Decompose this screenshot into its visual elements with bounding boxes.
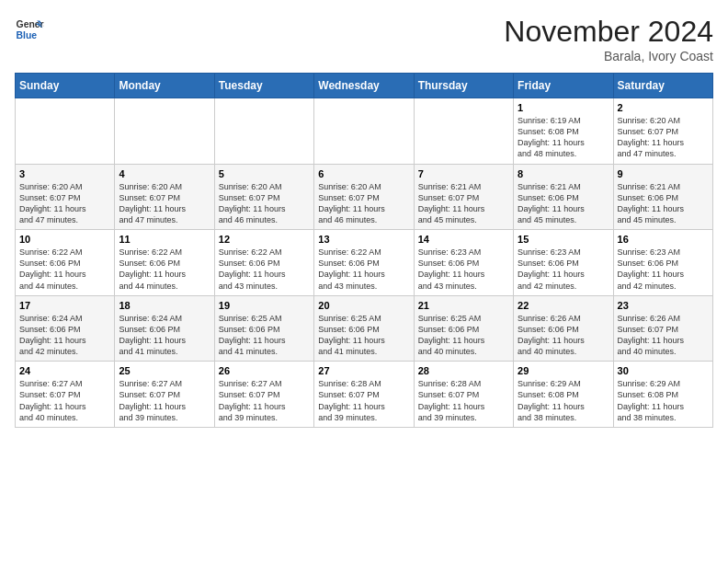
day-number: 10 <box>19 234 110 245</box>
day-info: Sunrise: 6:29 AM Sunset: 6:08 PM Dayligh… <box>618 378 709 423</box>
day-info: Sunrise: 6:23 AM Sunset: 6:06 PM Dayligh… <box>518 247 609 292</box>
calendar-cell: 28Sunrise: 6:28 AM Sunset: 6:07 PM Dayli… <box>414 362 513 428</box>
day-number: 24 <box>19 365 110 376</box>
calendar-cell: 14Sunrise: 6:23 AM Sunset: 6:06 PM Dayli… <box>414 230 513 296</box>
calendar-cell: 2Sunrise: 6:20 AM Sunset: 6:07 PM Daylig… <box>613 98 712 165</box>
day-number: 7 <box>418 168 509 179</box>
calendar-cell: 23Sunrise: 6:26 AM Sunset: 6:07 PM Dayli… <box>613 295 712 362</box>
calendar-cell: 7Sunrise: 6:21 AM Sunset: 6:07 PM Daylig… <box>414 164 513 230</box>
calendar-header-row: SundayMondayTuesdayWednesdayThursdayFrid… <box>16 74 713 98</box>
day-number: 8 <box>518 168 609 179</box>
calendar-cell: 4Sunrise: 6:20 AM Sunset: 6:07 PM Daylig… <box>115 164 214 230</box>
calendar-cell <box>414 98 513 165</box>
day-of-week-header: Tuesday <box>214 74 313 98</box>
calendar-cell: 8Sunrise: 6:21 AM Sunset: 6:06 PM Daylig… <box>514 164 613 230</box>
day-number: 29 <box>518 365 609 376</box>
day-number: 23 <box>618 300 709 311</box>
title-block: November 2024 Barala, Ivory Coast <box>504 15 713 63</box>
logo: General Blue <box>15 15 44 44</box>
calendar-cell: 19Sunrise: 6:25 AM Sunset: 6:06 PM Dayli… <box>214 295 313 362</box>
day-number: 13 <box>318 234 409 245</box>
day-number: 11 <box>119 234 210 245</box>
day-info: Sunrise: 6:27 AM Sunset: 6:07 PM Dayligh… <box>219 378 310 423</box>
calendar-cell: 15Sunrise: 6:23 AM Sunset: 6:06 PM Dayli… <box>514 230 613 296</box>
day-info: Sunrise: 6:25 AM Sunset: 6:06 PM Dayligh… <box>219 313 310 358</box>
calendar-cell: 30Sunrise: 6:29 AM Sunset: 6:08 PM Dayli… <box>613 362 712 428</box>
day-info: Sunrise: 6:27 AM Sunset: 6:07 PM Dayligh… <box>19 378 110 423</box>
calendar-cell: 18Sunrise: 6:24 AM Sunset: 6:06 PM Dayli… <box>115 295 214 362</box>
calendar-cell: 1Sunrise: 6:19 AM Sunset: 6:08 PM Daylig… <box>514 98 613 165</box>
day-number: 25 <box>119 365 210 376</box>
day-info: Sunrise: 6:29 AM Sunset: 6:08 PM Dayligh… <box>518 378 609 423</box>
day-of-week-header: Thursday <box>414 74 513 98</box>
day-number: 12 <box>219 234 310 245</box>
day-info: Sunrise: 6:21 AM Sunset: 6:07 PM Dayligh… <box>418 181 509 226</box>
day-number: 3 <box>19 168 110 179</box>
calendar-cell: 11Sunrise: 6:22 AM Sunset: 6:06 PM Dayli… <box>115 230 214 296</box>
calendar-cell: 27Sunrise: 6:28 AM Sunset: 6:07 PM Dayli… <box>314 362 414 428</box>
day-info: Sunrise: 6:20 AM Sunset: 6:07 PM Dayligh… <box>19 181 110 226</box>
month-title: November 2024 <box>504 15 713 49</box>
day-info: Sunrise: 6:20 AM Sunset: 6:07 PM Dayligh… <box>119 181 210 226</box>
day-number: 2 <box>618 102 709 113</box>
calendar-cell: 3Sunrise: 6:20 AM Sunset: 6:07 PM Daylig… <box>16 164 115 230</box>
day-info: Sunrise: 6:20 AM Sunset: 6:07 PM Dayligh… <box>618 115 709 160</box>
day-of-week-header: Friday <box>514 74 613 98</box>
day-number: 19 <box>219 300 310 311</box>
calendar-cell: 20Sunrise: 6:25 AM Sunset: 6:06 PM Dayli… <box>314 295 414 362</box>
calendar-cell: 21Sunrise: 6:25 AM Sunset: 6:06 PM Dayli… <box>414 295 513 362</box>
day-number: 1 <box>518 102 609 113</box>
day-info: Sunrise: 6:28 AM Sunset: 6:07 PM Dayligh… <box>318 378 409 423</box>
calendar-cell: 5Sunrise: 6:20 AM Sunset: 6:07 PM Daylig… <box>214 164 313 230</box>
day-info: Sunrise: 6:19 AM Sunset: 6:08 PM Dayligh… <box>518 115 609 160</box>
calendar-week-row: 1Sunrise: 6:19 AM Sunset: 6:08 PM Daylig… <box>16 98 713 165</box>
calendar-cell: 16Sunrise: 6:23 AM Sunset: 6:06 PM Dayli… <box>613 230 712 296</box>
day-number: 15 <box>518 234 609 245</box>
day-of-week-header: Monday <box>115 74 214 98</box>
day-info: Sunrise: 6:22 AM Sunset: 6:06 PM Dayligh… <box>19 247 110 292</box>
day-info: Sunrise: 6:24 AM Sunset: 6:06 PM Dayligh… <box>119 313 210 358</box>
calendar-cell <box>314 98 414 165</box>
day-number: 4 <box>119 168 210 179</box>
day-of-week-header: Saturday <box>613 74 712 98</box>
day-info: Sunrise: 6:22 AM Sunset: 6:06 PM Dayligh… <box>119 247 210 292</box>
page-header: General Blue November 2024 Barala, Ivory… <box>15 15 713 63</box>
calendar-cell <box>115 98 214 165</box>
day-number: 22 <box>518 300 609 311</box>
day-info: Sunrise: 6:23 AM Sunset: 6:06 PM Dayligh… <box>618 247 709 292</box>
day-number: 6 <box>318 168 409 179</box>
day-number: 27 <box>318 365 409 376</box>
calendar-cell: 13Sunrise: 6:22 AM Sunset: 6:06 PM Dayli… <box>314 230 414 296</box>
day-number: 18 <box>119 300 210 311</box>
day-info: Sunrise: 6:27 AM Sunset: 6:07 PM Dayligh… <box>119 378 210 423</box>
day-info: Sunrise: 6:20 AM Sunset: 6:07 PM Dayligh… <box>318 181 409 226</box>
calendar-cell: 9Sunrise: 6:21 AM Sunset: 6:06 PM Daylig… <box>613 164 712 230</box>
day-info: Sunrise: 6:26 AM Sunset: 6:07 PM Dayligh… <box>618 313 709 358</box>
location: Barala, Ivory Coast <box>504 49 713 63</box>
calendar-cell: 25Sunrise: 6:27 AM Sunset: 6:07 PM Dayli… <box>115 362 214 428</box>
day-number: 5 <box>219 168 310 179</box>
calendar-cell: 10Sunrise: 6:22 AM Sunset: 6:06 PM Dayli… <box>16 230 115 296</box>
day-number: 20 <box>318 300 409 311</box>
day-of-week-header: Sunday <box>16 74 115 98</box>
day-of-week-header: Wednesday <box>314 74 414 98</box>
calendar-cell: 26Sunrise: 6:27 AM Sunset: 6:07 PM Dayli… <box>214 362 313 428</box>
day-info: Sunrise: 6:22 AM Sunset: 6:06 PM Dayligh… <box>318 247 409 292</box>
calendar-cell: 17Sunrise: 6:24 AM Sunset: 6:06 PM Dayli… <box>16 295 115 362</box>
calendar-cell <box>16 98 115 165</box>
day-number: 26 <box>219 365 310 376</box>
calendar-week-row: 10Sunrise: 6:22 AM Sunset: 6:06 PM Dayli… <box>16 230 713 296</box>
day-info: Sunrise: 6:24 AM Sunset: 6:06 PM Dayligh… <box>19 313 110 358</box>
calendar-cell: 6Sunrise: 6:20 AM Sunset: 6:07 PM Daylig… <box>314 164 414 230</box>
logo-icon: General Blue <box>15 15 44 44</box>
calendar-cell: 29Sunrise: 6:29 AM Sunset: 6:08 PM Dayli… <box>514 362 613 428</box>
day-info: Sunrise: 6:21 AM Sunset: 6:06 PM Dayligh… <box>518 181 609 226</box>
day-info: Sunrise: 6:26 AM Sunset: 6:06 PM Dayligh… <box>518 313 609 358</box>
calendar-cell <box>214 98 313 165</box>
day-info: Sunrise: 6:21 AM Sunset: 6:06 PM Dayligh… <box>618 181 709 226</box>
day-number: 14 <box>418 234 509 245</box>
day-info: Sunrise: 6:22 AM Sunset: 6:06 PM Dayligh… <box>219 247 310 292</box>
day-number: 9 <box>618 168 709 179</box>
day-number: 30 <box>618 365 709 376</box>
calendar-cell: 24Sunrise: 6:27 AM Sunset: 6:07 PM Dayli… <box>16 362 115 428</box>
